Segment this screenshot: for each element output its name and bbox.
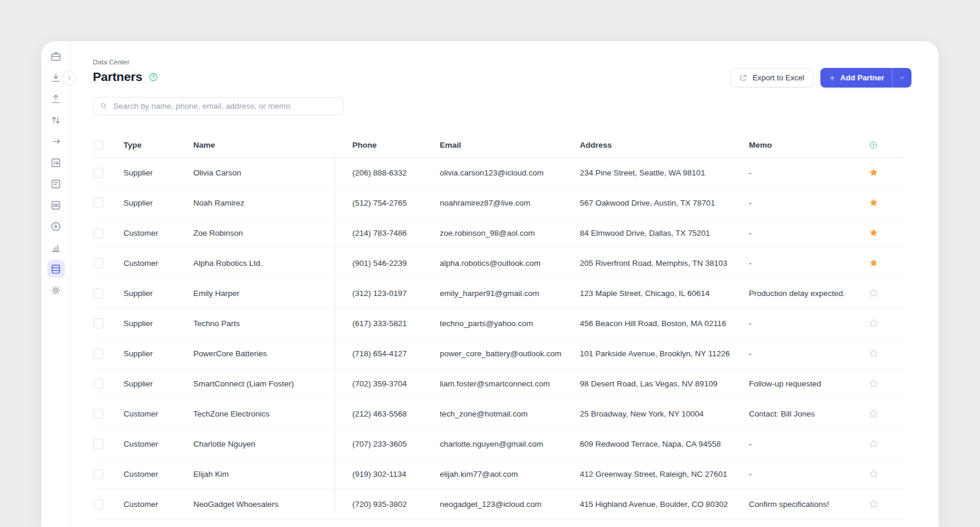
table-row[interactable]: CustomerNeoGadget Whoesalers(720) 935-38…	[93, 489, 904, 519]
cell-memo: -	[749, 259, 842, 268]
row-checkbox-cell	[93, 288, 124, 298]
sidebar-item-add-circle[interactable]	[47, 217, 65, 235]
row-checkbox[interactable]	[93, 258, 103, 268]
cell-star	[842, 227, 904, 238]
cell-star	[842, 197, 904, 208]
star-filled-icon[interactable]	[868, 197, 879, 208]
cell-address: 205 Riverfront Road, Memphis, TN 38103	[580, 259, 749, 268]
table-row[interactable]: CustomerZoe Robinson(214) 783-7486zoe.ro…	[93, 218, 904, 248]
row-checkbox[interactable]	[93, 318, 103, 328]
cell-memo: Contact: Bill Jones	[749, 409, 842, 418]
sidebar-item-move[interactable]	[47, 132, 65, 150]
sidebar-item-analytics[interactable]	[47, 239, 65, 256]
sidebar-item-adjust[interactable]	[47, 111, 65, 129]
table-row[interactable]: SupplierSmartConnect (Liam Foster)(702) …	[93, 369, 904, 399]
star-outline-icon[interactable]	[868, 408, 879, 419]
analytics-icon	[50, 242, 62, 254]
cell-email: elijah.kim77@aol.com	[440, 470, 580, 479]
partners-table: TypeNamePhoneEmailAddressMemo ? Supplier…	[93, 132, 904, 519]
star-outline-icon[interactable]	[868, 378, 879, 389]
cell-type: Supplier	[124, 168, 193, 177]
sidebar-item-stock-out[interactable]	[47, 90, 65, 108]
cell-name: Techno Parts	[193, 319, 335, 328]
cell-memo: Confirm specifications!	[749, 500, 842, 509]
star-outline-icon[interactable]	[868, 499, 879, 509]
help-icon[interactable]: ?	[148, 72, 158, 82]
table-row[interactable]: CustomerCharlotte Nguyen(707) 233-3605ch…	[93, 429, 904, 459]
table-row[interactable]: SupplierEmily Harper(312) 123-0197emily_…	[93, 278, 904, 308]
table-row[interactable]: SupplierTechno Parts(617) 333-5821techno…	[93, 308, 904, 339]
data-center-icon	[50, 263, 62, 275]
sidebar-item-barcode[interactable]	[47, 196, 65, 214]
sidebar-item-package[interactable]	[47, 47, 65, 65]
cell-memo: -	[749, 199, 842, 207]
star-outline-icon[interactable]	[868, 348, 879, 359]
table-row[interactable]: CustomerTechZone Electronics(212) 463-55…	[93, 399, 904, 429]
sidebar-expand-button[interactable]	[62, 71, 76, 85]
cell-email: zoe.robinson_98@aol.com	[440, 229, 580, 238]
row-checkbox-cell	[93, 168, 124, 178]
page-title: Partners	[93, 69, 142, 85]
star-outline-icon[interactable]	[868, 288, 879, 298]
star-outline-icon[interactable]	[868, 438, 879, 449]
star-filled-icon[interactable]	[868, 258, 879, 268]
cell-phone: (512) 754-2765	[335, 199, 440, 207]
row-checkbox-cell	[93, 499, 124, 509]
cell-email: liam.foster@smartconnect.com	[440, 379, 580, 388]
star-filled-icon[interactable]	[868, 227, 879, 238]
add-partner-dropdown-button[interactable]	[892, 68, 911, 87]
cell-memo: Follow-up requested	[749, 379, 842, 388]
cell-email: emily_harper91@gmail.com	[440, 289, 580, 298]
row-checkbox[interactable]	[93, 288, 103, 298]
row-checkbox[interactable]	[93, 409, 103, 419]
svg-text:?: ?	[872, 143, 874, 148]
row-checkbox[interactable]	[93, 349, 103, 359]
export-to-excel-button[interactable]: Export to Excel	[730, 68, 813, 87]
cell-type: Supplier	[124, 319, 193, 328]
cell-type: Customer	[124, 440, 193, 448]
row-checkbox[interactable]	[93, 499, 103, 509]
search-box	[93, 97, 343, 115]
cell-email: charlotte.nguyen@gmail.com	[440, 440, 580, 448]
cell-memo: -	[749, 168, 842, 177]
table-row[interactable]: CustomerAlpha Robotics Ltd.(901) 546-223…	[93, 248, 904, 278]
cell-address: 609 Redwood Terrace, Napa, CA 94558	[580, 440, 749, 448]
star-outline-icon[interactable]	[868, 469, 879, 479]
sidebar-item-data-center[interactable]	[47, 260, 65, 278]
search-input[interactable]	[112, 101, 338, 111]
row-checkbox[interactable]	[93, 198, 103, 208]
row-checkbox-cell	[93, 469, 124, 479]
star-filled-icon[interactable]	[868, 167, 879, 178]
column-header-memo: Memo	[749, 141, 842, 149]
barcode-icon	[50, 199, 62, 212]
row-checkbox[interactable]	[93, 379, 103, 389]
star-outline-icon[interactable]	[868, 318, 879, 328]
sidebar-item-invoice[interactable]	[47, 175, 65, 193]
column-header-star: ?	[842, 141, 904, 149]
table-row[interactable]: CustomerElijah Kim(919) 302-1134elijah.k…	[93, 459, 904, 489]
row-checkbox[interactable]	[93, 439, 103, 449]
cell-phone: (617) 333-5821	[335, 319, 440, 328]
table-row[interactable]: SupplierNoah Ramirez(512) 754-2765noahra…	[93, 188, 904, 218]
table-row[interactable]: SupplierPowerCore Batteries(718) 654-412…	[93, 339, 904, 369]
sidebar-item-stocktake[interactable]: 1	[47, 154, 65, 171]
cell-type: Supplier	[124, 349, 193, 358]
cell-phone: (214) 783-7486	[335, 229, 440, 238]
table-header-row: TypeNamePhoneEmailAddressMemo ?	[93, 132, 904, 158]
cell-star	[842, 438, 904, 449]
table-row[interactable]: SupplierOlivia Carson(206) 888-6332olivi…	[93, 158, 904, 188]
star-column-help-icon[interactable]: ?	[869, 141, 878, 149]
row-checkbox[interactable]	[93, 469, 103, 479]
cell-name: SmartConnect (Liam Foster)	[193, 379, 335, 388]
cell-star	[842, 378, 904, 389]
chevron-right-icon	[66, 74, 73, 82]
add-partner-button[interactable]: Add Partner	[820, 68, 892, 87]
row-checkbox[interactable]	[93, 228, 103, 238]
cell-address: 234 Pine Street, Seattle, WA 98101	[580, 168, 749, 177]
row-checkbox[interactable]	[93, 168, 103, 178]
sidebar-item-settings[interactable]	[47, 281, 65, 299]
cell-type: Supplier	[124, 379, 193, 388]
svg-text:1: 1	[53, 160, 56, 165]
select-all-checkbox[interactable]	[93, 140, 103, 150]
plus-icon	[828, 74, 836, 82]
